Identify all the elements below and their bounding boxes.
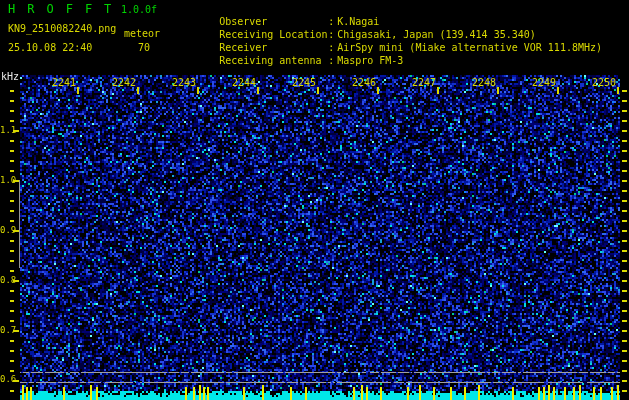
hrofft-output-panel: HROFFT 1.0.0f KN9_2510082240.png meteor … [0, 0, 629, 400]
info-value: Chigasaki, Japan (139.414 35.340) [337, 29, 536, 40]
info-value: AirSpy mini (Miake alternative VOR 111.8… [337, 42, 602, 53]
y-tick-label: 1.1 [0, 125, 14, 136]
info-label: Receiver [219, 41, 328, 54]
info-colon: : [328, 28, 337, 41]
x-tick-label: 2249 [532, 77, 556, 89]
station-info: Observer:K.Nagai Receiving Location:Chig… [183, 2, 602, 54]
x-tick-label: 2247 [412, 77, 436, 89]
info-label: Observer [219, 15, 328, 28]
info-colon: : [328, 41, 337, 54]
info-colon: : [328, 15, 337, 28]
x-tick-label: 2245 [292, 77, 316, 89]
info-value: K.Nagai [337, 16, 379, 27]
x-tick-label: 2244 [232, 77, 256, 89]
y-tick-label: 0.8 [0, 275, 14, 286]
app-title: HROFFT [8, 2, 123, 16]
info-label: Receiving antenna [219, 54, 328, 67]
info-value: Maspro FM-3 [337, 55, 403, 66]
x-tick-label: 2243 [172, 77, 196, 89]
y-tick-label: 0.7 [0, 325, 14, 336]
meteor-count-value: 70 [138, 42, 150, 53]
y-tick-label: 0.6 [0, 374, 14, 385]
x-tick-label: 2248 [472, 77, 496, 89]
x-tick-label: 2246 [352, 77, 376, 89]
y-axis-unit-label: kHz [1, 71, 19, 82]
x-tick-label: 2250 [592, 77, 616, 89]
info-row-observer: Observer:K.Nagai [183, 2, 602, 15]
x-tick-label: 2242 [112, 77, 136, 89]
y-tick-label: 0.9 [0, 225, 14, 236]
info-colon: : [328, 54, 337, 67]
observation-datetime: 25.10.08 22:40 [8, 42, 92, 53]
meteor-count-label: meteor [124, 28, 160, 39]
y-tick-label: 1.0 [0, 175, 14, 186]
app-version: 1.0.0f [121, 4, 157, 15]
output-filename: KN9_2510082240.png [8, 23, 116, 34]
x-tick-label: 2241 [52, 77, 76, 89]
info-label: Receiving Location [219, 28, 328, 41]
